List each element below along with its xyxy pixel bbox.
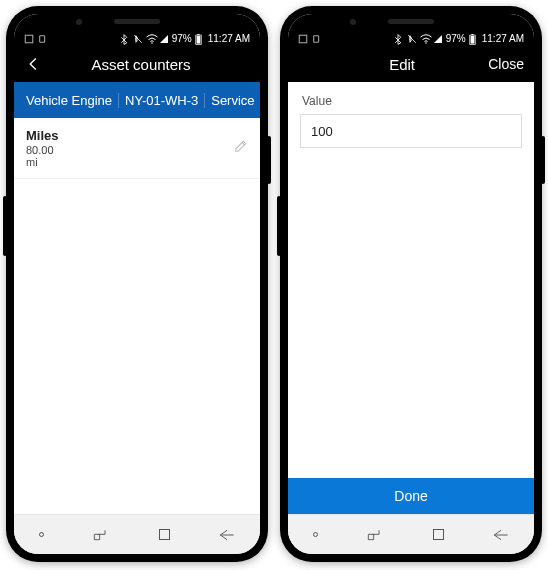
asset-type: Vehicle Engine xyxy=(20,93,118,108)
appbar: Asset counters xyxy=(14,46,260,82)
counter-value: 80.00 xyxy=(26,144,248,156)
appbar: Edit Close xyxy=(288,46,534,82)
nav-back-icon[interactable] xyxy=(493,529,509,541)
notification-icon xyxy=(24,34,34,44)
mute-icon xyxy=(407,34,417,44)
phone-earpiece xyxy=(114,19,160,24)
page-title: Asset counters xyxy=(50,56,232,73)
nav-back-icon[interactable] xyxy=(219,529,235,541)
phone-earpiece xyxy=(388,19,434,24)
battery-pct: 97% xyxy=(172,33,192,44)
phone-right: 97% 11:27 AM Edit Close Value Done xyxy=(280,6,542,562)
notification-icon xyxy=(38,34,48,44)
svg-rect-6 xyxy=(299,35,307,43)
signal-icon xyxy=(433,34,443,44)
edit-form: Value xyxy=(288,82,534,478)
screen-left: 97% 11:27 AM Asset counters Vehicle Engi… xyxy=(14,14,260,554)
nav-home-icon[interactable] xyxy=(159,529,170,540)
svg-rect-11 xyxy=(470,35,474,43)
battery-icon xyxy=(195,34,205,44)
svg-rect-7 xyxy=(314,36,319,43)
phone-sensor xyxy=(350,19,356,25)
value-label: Value xyxy=(288,82,534,114)
value-input[interactable] xyxy=(311,124,511,139)
svg-point-8 xyxy=(425,42,427,44)
counter-name: Miles xyxy=(26,128,248,143)
counter-item[interactable]: Miles 80.00 mi xyxy=(14,118,260,179)
svg-rect-4 xyxy=(197,34,199,35)
mute-icon xyxy=(133,34,143,44)
nav-recents-icon[interactable] xyxy=(93,529,109,541)
nav-menu-icon[interactable] xyxy=(39,532,44,537)
phone-left: 97% 11:27 AM Asset counters Vehicle Engi… xyxy=(6,6,268,562)
phone-sensor xyxy=(76,19,82,25)
asset-breadcrumb: Vehicle Engine NY-01-WH-3 Service xyxy=(14,82,260,118)
clock-time: 11:27 AM xyxy=(482,33,524,44)
svg-rect-1 xyxy=(40,36,45,43)
bluetooth-icon xyxy=(120,34,130,44)
asset-category: Service xyxy=(204,93,260,108)
nav-home-icon[interactable] xyxy=(433,529,444,540)
svg-rect-5 xyxy=(196,35,200,43)
screen-right: 97% 11:27 AM Edit Close Value Done xyxy=(288,14,534,554)
bluetooth-icon xyxy=(394,34,404,44)
nav-recents-icon[interactable] xyxy=(367,529,383,541)
svg-rect-10 xyxy=(471,34,473,35)
wifi-icon xyxy=(420,34,430,44)
clock-time: 11:27 AM xyxy=(208,33,250,44)
nav-menu-icon[interactable] xyxy=(313,532,318,537)
value-input-wrap[interactable] xyxy=(300,114,522,148)
android-navbar xyxy=(14,514,260,554)
asset-id: NY-01-WH-3 xyxy=(118,93,204,108)
battery-pct: 97% xyxy=(446,33,466,44)
back-button[interactable] xyxy=(24,55,42,73)
battery-icon xyxy=(469,34,479,44)
notification-icon xyxy=(312,34,322,44)
android-navbar xyxy=(288,514,534,554)
svg-rect-0 xyxy=(25,35,33,43)
svg-point-2 xyxy=(151,42,153,44)
done-button[interactable]: Done xyxy=(288,478,534,514)
page-title: Edit xyxy=(316,56,488,73)
notification-icon xyxy=(298,34,308,44)
close-button[interactable]: Close xyxy=(488,56,524,72)
counter-unit: mi xyxy=(26,156,248,168)
signal-icon xyxy=(159,34,169,44)
counter-list: Miles 80.00 mi xyxy=(14,118,260,514)
wifi-icon xyxy=(146,34,156,44)
pencil-icon[interactable] xyxy=(234,139,248,157)
